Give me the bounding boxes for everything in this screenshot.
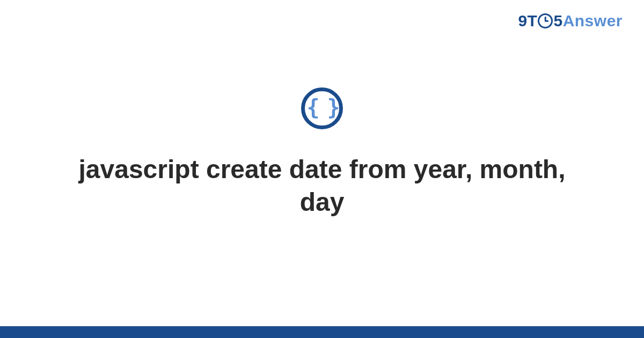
footer-bar [0,326,644,338]
code-braces-icon: { } [301,87,343,129]
braces-glyph: { } [306,97,337,118]
page-title: javascript create date from year, month,… [54,153,590,219]
main-content: { } javascript create date from year, mo… [0,0,644,338]
